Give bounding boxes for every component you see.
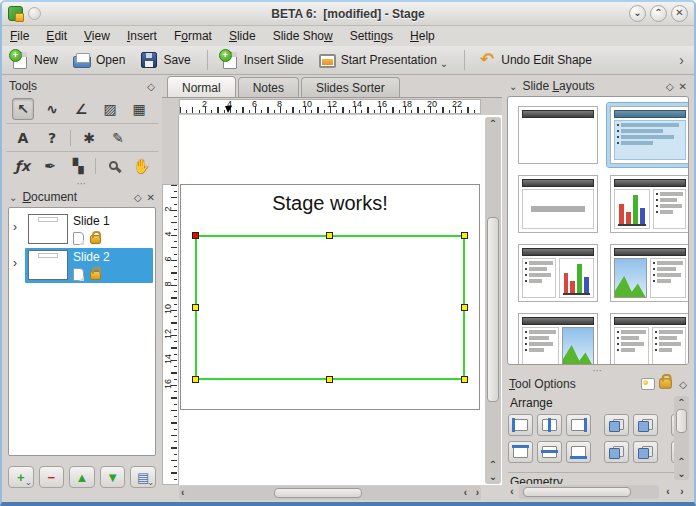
formula-tool[interactable]: ƒx [12, 155, 33, 177]
scroll-up-icon[interactable]: ⌃ [674, 397, 689, 409]
resize-handle-top-right[interactable] [461, 232, 468, 239]
close-dock-icon[interactable]: ✕ [147, 192, 155, 203]
title-bar[interactable]: BETA 6: [modified] - Stage ⌄⌃✕ [2, 2, 694, 26]
slide-list-item[interactable]: ›Slide 1 [9, 212, 153, 247]
align-left-button[interactable] [508, 414, 533, 436]
align-bottom-button[interactable] [566, 441, 591, 463]
expander-icon[interactable]: › [13, 248, 25, 278]
close-dock-icon[interactable]: ✕ [679, 81, 687, 92]
layout-two-bullets[interactable] [607, 310, 689, 365]
move-slide-down-button[interactable]: ▼ [100, 466, 126, 488]
align-right-button[interactable] [566, 414, 591, 436]
slide-thumbnail[interactable] [28, 214, 68, 244]
add-slide-button[interactable]: +⌄ [8, 466, 34, 488]
slide-list-item[interactable]: ›Slide 2 [9, 248, 153, 283]
slide-page[interactable]: Stage works! [180, 184, 480, 410]
menu-file[interactable]: File [10, 29, 29, 43]
scroll-right-icon[interactable]: › [476, 487, 479, 499]
align-top-button[interactable] [508, 441, 533, 463]
minimize-button[interactable]: ⌄ [629, 5, 646, 22]
resize-handle-middle-left[interactable] [192, 304, 199, 311]
shape-collection-tool[interactable]: ✱ [78, 127, 100, 149]
scroll-left-icon[interactable]: ‹ [507, 486, 517, 498]
bring-forward-button[interactable] [604, 414, 629, 436]
dock-splitter[interactable]: ⋯ [4, 181, 160, 188]
calligraphy-tool[interactable]: ✒ [40, 155, 61, 177]
scroll-left-icon[interactable]: ‹ [181, 487, 184, 499]
scroll-up-icon[interactable]: ⌃ [674, 456, 689, 468]
float-dock-icon[interactable]: ◇ [679, 379, 687, 390]
layout-title-subtitle[interactable] [515, 172, 601, 236]
menu-slide[interactable]: Slide [229, 29, 256, 43]
resize-handle-bottom-left[interactable] [192, 376, 199, 383]
layout-title-only[interactable] [515, 103, 601, 167]
freehand-tool[interactable]: ✎ [107, 127, 129, 149]
align-vcenter-button[interactable] [537, 441, 562, 463]
scrollbar-thumb[interactable] [523, 487, 631, 497]
scroll-down-icon[interactable]: ⌄ [674, 468, 689, 480]
view-mode-button[interactable]: ▤⌄ [130, 466, 156, 488]
select-tool[interactable]: ↖ [12, 98, 34, 120]
lower-button[interactable] [633, 441, 658, 463]
layout-title-bullets[interactable] [607, 103, 689, 167]
shape-properties-icon[interactable] [641, 378, 655, 390]
raise-button[interactable] [604, 441, 629, 463]
float-dock-icon[interactable]: ◇ [134, 192, 142, 203]
float-dock-icon[interactable]: ◇ [666, 81, 674, 92]
menu-edit[interactable]: Edit [46, 29, 67, 43]
save-button[interactable]: Save [137, 49, 196, 71]
menu-slide-show[interactable]: Slide Show [273, 29, 333, 43]
notes-tool[interactable]: ? [41, 127, 63, 149]
menu-help[interactable]: Help [410, 29, 435, 43]
canvas-vertical-scrollbar[interactable]: ⌃ ⌃ ⌄ [485, 117, 501, 484]
resize-handle-top-left[interactable] [192, 232, 199, 239]
move-slide-up-button[interactable]: ▲ [69, 466, 95, 488]
collapse-dock-icon[interactable]: ⌄ [9, 192, 17, 203]
start-presentation-button[interactable]: Start Presentation⌄ [316, 50, 454, 70]
menu-format[interactable]: Format [174, 29, 212, 43]
window-menu-button[interactable] [28, 7, 41, 20]
zoom-tool[interactable] [103, 155, 124, 177]
slide-thumbnail[interactable] [28, 250, 68, 280]
resize-handle-middle-right[interactable] [461, 304, 468, 311]
menu-view[interactable]: View [84, 29, 110, 43]
pan-tool[interactable]: ✋ [131, 155, 152, 177]
resize-handle-top-center[interactable] [326, 232, 333, 239]
scroll-right-icon[interactable]: › [677, 486, 687, 498]
scroll-up-icon[interactable]: ⌃ [485, 118, 501, 130]
tab-normal[interactable]: Normal [167, 76, 236, 97]
scroll-left-icon[interactable]: ‹ [663, 486, 673, 498]
layout-image-bullets[interactable] [607, 241, 689, 305]
resize-handle-bottom-right[interactable] [461, 376, 468, 383]
slide-title-text[interactable]: Stage works! [181, 192, 479, 215]
open-button[interactable]: Open [70, 50, 131, 70]
scrollbar-thumb[interactable] [274, 488, 362, 498]
tab-slides-sorter[interactable]: Slides Sorter [301, 77, 400, 97]
selected-text-placeholder[interactable] [195, 235, 465, 380]
layout-bullets-image[interactable] [515, 310, 601, 365]
toolbar-overflow-icon[interactable]: › [675, 52, 688, 68]
lock-icon[interactable] [90, 235, 101, 244]
collapse-dock-icon[interactable]: ⌄ [509, 81, 517, 92]
lock-icon[interactable] [90, 271, 101, 280]
layout-chart-bullets[interactable] [607, 172, 689, 236]
menu-settings[interactable]: Settings [350, 29, 393, 43]
pattern-tool[interactable]: ▚ [68, 155, 89, 177]
tool-options-vertical-scrollbar[interactable]: ⌃ ⌃ ⌄ [674, 396, 689, 480]
connection-tool[interactable]: ∠ [70, 98, 92, 120]
scroll-up-icon[interactable]: ⌃ [485, 459, 501, 471]
delete-slide-button[interactable]: − [39, 466, 65, 488]
canvas-horizontal-scrollbar[interactable]: ‹ ‹ › [179, 486, 481, 500]
scroll-down-icon[interactable]: ⌄ [485, 471, 501, 483]
tab-notes[interactable]: Notes [238, 77, 299, 97]
send-backward-button[interactable] [633, 414, 658, 436]
lock-icon[interactable] [659, 378, 672, 388]
maximize-button[interactable]: ⌃ [650, 5, 667, 22]
tool-options-horizontal-scrollbar[interactable]: ‹ ‹ › [507, 485, 689, 499]
undo-button[interactable]: ↶Undo Edit Shape [475, 49, 598, 71]
video-tool[interactable]: ▦ [128, 98, 150, 120]
scroll-left-icon[interactable]: ‹ [464, 487, 467, 499]
float-dock-icon[interactable]: ◇ [147, 81, 155, 92]
path-edit-tool[interactable]: ∿ [41, 98, 63, 120]
resize-handle-bottom-center[interactable] [326, 376, 333, 383]
